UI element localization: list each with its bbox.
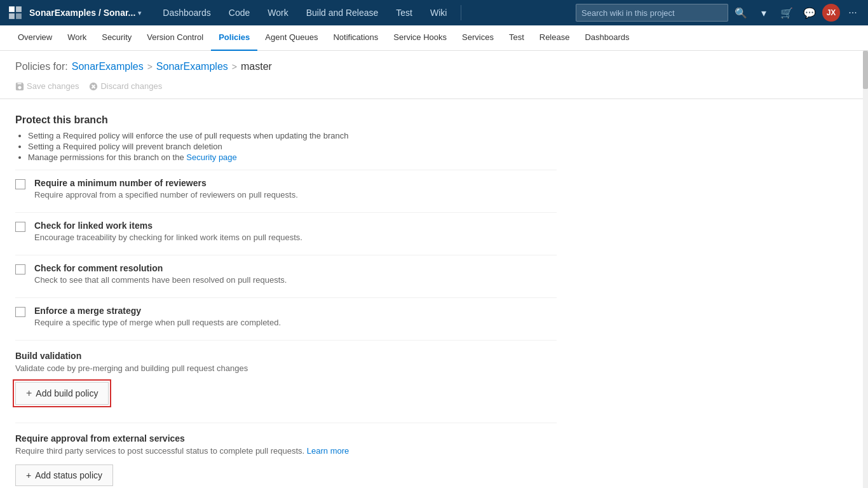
add-build-policy-button[interactable]: + Add build policy <box>15 382 109 405</box>
breadcrumb-project[interactable]: SonarExamples <box>156 61 228 72</box>
discard-icon <box>89 82 98 91</box>
policy-min-reviewers-name: Require a minimum number of reviewers <box>34 178 298 188</box>
discard-button[interactable]: Discard changes <box>89 81 162 91</box>
bullet-2: Setting a Required policy will prevent b… <box>28 142 557 151</box>
secondary-navigation: Overview Work Security Version Control P… <box>0 25 868 51</box>
nav-build-release[interactable]: Build and Release <box>297 0 388 25</box>
nav-dashboards[interactable]: Dashboards <box>154 0 220 25</box>
tab-release[interactable]: Release <box>532 25 578 51</box>
policy-merge-strategy-name: Enforce a merge strategy <box>34 306 281 316</box>
tab-service-hooks[interactable]: Service Hooks <box>386 25 454 51</box>
nav-divider <box>461 5 461 20</box>
add-status-policy-button[interactable]: + Add status policy <box>15 464 113 486</box>
bullet-1: Setting a Required policy will enforce t… <box>28 131 557 140</box>
svg-rect-2 <box>9 13 15 19</box>
checkbox-min-reviewers[interactable] <box>15 179 25 189</box>
build-validation-title: Build validation <box>15 351 557 361</box>
tab-policies[interactable]: Policies <box>211 25 257 51</box>
search-expand-icon[interactable]: ▾ <box>754 3 774 23</box>
checkbox-merge-strategy[interactable] <box>15 307 25 317</box>
add-build-policy-label: Add build policy <box>36 388 98 398</box>
top-nav-right: Search wiki in this project 🔍 ▾ 🛒 💬 JX ·… <box>576 3 863 23</box>
external-services-title: Require approval from external services <box>15 433 557 444</box>
policy-merge-strategy: Enforce a merge strategy Require a speci… <box>15 297 557 327</box>
save-icon <box>15 82 24 91</box>
tab-services[interactable]: Services <box>454 25 501 51</box>
security-page-link[interactable]: Security page <box>186 152 237 162</box>
policy-linked-work-items: Check for linked work items Encourage tr… <box>15 212 557 242</box>
search-icon-btn[interactable]: 🔍 <box>731 3 751 23</box>
checkbox-comment-resolution[interactable] <box>15 264 25 274</box>
tab-overview[interactable]: Overview <box>10 25 60 51</box>
scrollbar-track[interactable] <box>863 51 868 488</box>
top-navigation: SonarExamples / Sonar... ▾ Dashboards Co… <box>0 0 868 25</box>
build-validation-section: Build validation Validate code by pre-me… <box>15 340 557 405</box>
tab-notifications[interactable]: Notifications <box>325 25 386 51</box>
more-icon[interactable]: ··· <box>843 3 863 23</box>
breadcrumb-sep-1: > <box>147 62 153 72</box>
policy-linked-work-items-name: Check for linked work items <box>34 220 302 231</box>
breadcrumb-bar: Policies for: SonarExamples > SonarExamp… <box>0 51 863 78</box>
svg-rect-1 <box>16 6 22 12</box>
checkbox-linked-work-items[interactable] <box>15 222 25 232</box>
wiki-search[interactable]: Search wiki in this project <box>576 4 728 22</box>
nav-wiki[interactable]: Wiki <box>421 0 456 25</box>
nav-code[interactable]: Code <box>220 0 259 25</box>
tab-work[interactable]: Work <box>60 25 94 51</box>
protect-branch-bullets: Setting a Required policy will enforce t… <box>15 131 557 162</box>
breadcrumb-branch: master <box>241 61 272 72</box>
external-services-section: Require approval from external services … <box>15 423 557 486</box>
tab-security[interactable]: Security <box>94 25 139 51</box>
project-dropdown-icon: ▾ <box>138 10 141 17</box>
save-button[interactable]: Save changes <box>15 81 79 91</box>
policy-comment-resolution-name: Check for comment resolution <box>34 263 287 273</box>
basket-icon[interactable]: 🛒 <box>776 3 797 23</box>
add-status-policy-plus-icon: + <box>26 470 31 480</box>
bullet-3: Manage permissions for this branch on th… <box>28 152 557 162</box>
chat-icon[interactable]: 💬 <box>799 3 820 23</box>
nav-work[interactable]: Work <box>259 0 297 25</box>
breadcrumb-sep-2: > <box>232 62 237 72</box>
protect-branch-title: Protect this branch <box>15 114 557 126</box>
tab-agent-queues[interactable]: Agent Queues <box>257 25 325 51</box>
external-services-desc: Require third party services to post suc… <box>15 446 557 456</box>
svg-rect-3 <box>16 13 22 19</box>
nav-test[interactable]: Test <box>387 0 421 25</box>
policy-linked-work-items-desc: Encourage traceability by checking for l… <box>34 233 302 242</box>
tab-dashboards[interactable]: Dashboards <box>577 25 637 51</box>
tab-test[interactable]: Test <box>501 25 532 51</box>
breadcrumb: Policies for: SonarExamples > SonarExamp… <box>15 61 848 72</box>
scrollbar-thumb[interactable] <box>863 51 868 89</box>
add-status-policy-label: Add status policy <box>35 470 102 480</box>
policy-comment-resolution: Check for comment resolution Check to se… <box>15 255 557 285</box>
policy-merge-strategy-desc: Require a specific type of merge when pu… <box>34 318 281 327</box>
toolbar: Save changes Discard changes <box>0 78 863 99</box>
breadcrumb-org[interactable]: SonarExamples <box>72 61 144 72</box>
svg-rect-0 <box>9 6 15 12</box>
add-build-policy-plus-icon: + <box>26 388 32 399</box>
content-area: Policies for: SonarExamples > SonarExamp… <box>0 51 863 488</box>
main-content: Protect this branch Setting a Required p… <box>0 99 572 488</box>
project-name[interactable]: SonarExamples / Sonar... ▾ <box>29 8 141 18</box>
learn-more-link[interactable]: Learn more <box>307 446 349 456</box>
app-logo[interactable] <box>5 3 25 23</box>
top-nav-links: Dashboards Code Work Build and Release T… <box>154 0 456 25</box>
build-validation-desc: Validate code by pre-merging and buildin… <box>15 363 557 373</box>
breadcrumb-label: Policies for: <box>15 61 68 72</box>
policy-min-reviewers-desc: Require approval from a specified number… <box>34 190 298 200</box>
tab-version-control[interactable]: Version Control <box>139 25 211 51</box>
policy-min-reviewers: Require a minimum number of reviewers Re… <box>15 170 557 200</box>
user-avatar[interactable]: JX <box>822 4 840 22</box>
policy-comment-resolution-desc: Check to see that all comments have been… <box>34 275 287 285</box>
